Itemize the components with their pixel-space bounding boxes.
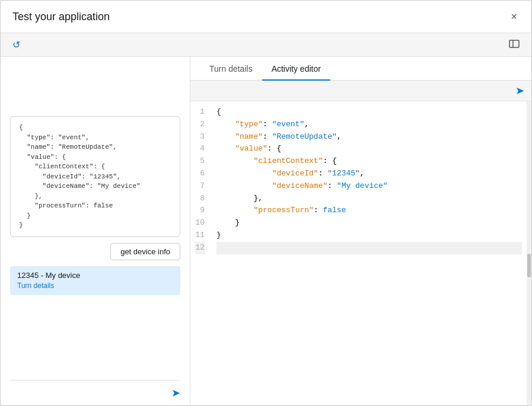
test-dialog: Test your application × ↺ { "type": "eve… xyxy=(0,0,532,406)
code-content[interactable]: { "type": "event", "name": "RemoteUpdate… xyxy=(212,101,527,405)
dialog-title: Test your application xyxy=(12,11,110,23)
tab-activity-editor[interactable]: Activity editor xyxy=(262,57,330,81)
chat-area: { "type": "event", "name": "RemoteUpdate… xyxy=(10,69,180,380)
scrollbar-thumb xyxy=(527,254,531,277)
device-card: 12345 - My device Turn details xyxy=(10,266,180,295)
left-bottom: ➤ xyxy=(10,380,180,405)
get-device-info-button[interactable]: get device info xyxy=(110,243,180,260)
svg-rect-0 xyxy=(509,40,519,47)
expand-button[interactable] xyxy=(506,39,522,52)
send-button-left[interactable]: ➤ xyxy=(171,386,180,399)
close-button[interactable]: × xyxy=(508,9,520,24)
toolbar-left: ↺ xyxy=(10,38,23,52)
action-btn-area: get device info xyxy=(10,237,180,266)
left-panel: { "type": "event", "name": "RemoteUpdate… xyxy=(1,57,190,405)
scrollbar[interactable] xyxy=(527,101,531,405)
json-bubble: { "type": "event", "name": "RemoteUpdate… xyxy=(10,116,180,237)
right-panel: Turn details Activity editor ➤ 1 2 3 4 5… xyxy=(190,57,531,405)
refresh-button[interactable]: ↺ xyxy=(10,38,23,52)
send-button-right[interactable]: ➤ xyxy=(515,84,524,97)
tab-turn-details[interactable]: Turn details xyxy=(200,57,262,81)
turn-details-link[interactable]: Turn details xyxy=(17,282,54,290)
device-name: 12345 - My device xyxy=(17,271,173,280)
tabs: Turn details Activity editor xyxy=(190,57,531,81)
line-numbers: 1 2 3 4 5 6 7 8 9 10 11 12 xyxy=(190,101,212,405)
dialog-header: Test your application × xyxy=(1,1,531,33)
toolbar: ↺ xyxy=(1,33,531,57)
main-content: { "type": "event", "name": "RemoteUpdate… xyxy=(1,57,531,405)
expand-icon xyxy=(509,40,520,48)
editor-toolbar: ➤ xyxy=(190,81,531,101)
code-editor[interactable]: 1 2 3 4 5 6 7 8 9 10 11 12 { "type": "ev… xyxy=(190,101,531,405)
